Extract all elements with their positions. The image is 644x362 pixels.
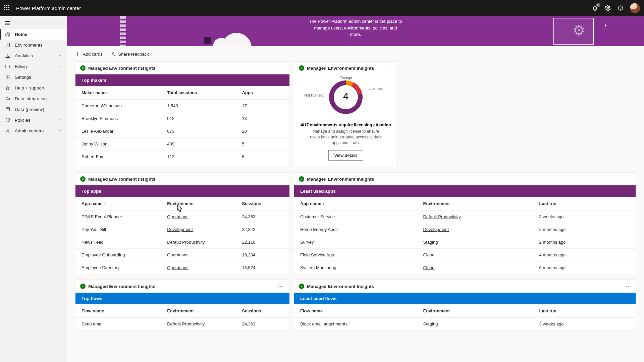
nav-home[interactable]: Home: [0, 29, 67, 40]
col-flow-name[interactable]: Flow name↑: [75, 304, 161, 318]
nav-data-integration[interactable]: Data integration: [0, 93, 67, 104]
data-integration-icon: [5, 96, 11, 101]
col-total-sessions[interactable]: Total sessions: [161, 86, 236, 100]
table-row[interactable]: Field Service AppCloud4 months ago: [294, 249, 636, 261]
table-cell: 409: [161, 138, 236, 150]
sidebar-toggle[interactable]: [0, 17, 67, 29]
table-row[interactable]: Home Energy AuditDevelopment2 months ago: [294, 223, 636, 236]
card-more-icon[interactable]: ···: [277, 283, 285, 289]
table-row[interactable]: System MonitoringCloud6 months ago: [294, 261, 636, 274]
table-row[interactable]: Employee DirectoryOperations18,574: [75, 261, 289, 274]
nav-billing[interactable]: Billing: [0, 61, 67, 72]
table-row[interactable]: SurveyStaging2 months ago: [294, 236, 636, 249]
env-link[interactable]: Default Productivity: [167, 321, 205, 326]
nav-environments[interactable]: Environments: [0, 40, 67, 50]
least-flows-card: ✓Managed Environment Insights··· Least u…: [294, 280, 636, 330]
table-cell: 3 weeks ago: [533, 318, 636, 330]
env-link[interactable]: Development: [423, 227, 449, 232]
nav-settings[interactable]: Settings: [0, 72, 67, 82]
table-cell: News Feed: [75, 236, 161, 249]
app-header: Power Platform admin center 8: [0, 0, 644, 16]
view-details-button[interactable]: View details: [328, 150, 363, 161]
table-row[interactable]: Cameron Williamson1,54317: [75, 100, 289, 112]
col-last-run[interactable]: Last run: [533, 304, 636, 318]
svg-point-2: [621, 9, 621, 9]
nav-analytics[interactable]: Analytics: [0, 50, 67, 61]
least-apps-card: ✓Managed Environment Insights··· Least u…: [294, 172, 636, 274]
table-row[interactable]: Leslie Alexandar87320: [75, 125, 289, 138]
table-cell: Staging: [417, 318, 533, 330]
nav-label: Home: [15, 32, 28, 37]
col-environment[interactable]: Environment: [417, 304, 533, 318]
notifications-icon[interactable]: 8: [592, 5, 598, 11]
table-row[interactable]: Robert Fox1126: [75, 150, 289, 163]
env-link[interactable]: Operations: [167, 252, 189, 257]
col-environment[interactable]: Environment: [161, 197, 236, 210]
table-row[interactable]: Jenny Wilson4095: [75, 138, 289, 150]
top-flows-card: ✓Managed Environment Insights··· Top flo…: [75, 280, 290, 330]
col-app-name[interactable]: App name↑: [294, 197, 417, 210]
env-link[interactable]: Default Productivity: [423, 214, 461, 219]
table-row[interactable]: PG&E Event PlannerOperations24,363: [75, 210, 289, 223]
least-apps-table: App name↑ Environment Last run Customer …: [294, 197, 636, 274]
table-cell: Development: [417, 223, 533, 236]
col-sessions[interactable]: Sessions: [236, 197, 289, 210]
table-row[interactable]: Send emailDefault Productivity24,363: [75, 318, 289, 330]
card-more-icon[interactable]: ···: [623, 283, 631, 289]
top-makers-table: Maker name↑ Total sessions Apps Cameron …: [75, 86, 289, 163]
least-apps-body: Customer ServiceDefault Productivity3 we…: [294, 210, 636, 274]
col-flow-name[interactable]: Flow name↑: [294, 304, 417, 318]
col-last-run[interactable]: Last run: [533, 197, 636, 210]
card-more-icon[interactable]: ···: [277, 65, 285, 71]
label-not-licensed: Not licensed: [304, 93, 325, 97]
card-more-icon[interactable]: ···: [385, 65, 393, 71]
col-apps[interactable]: Apps: [236, 86, 289, 100]
env-link[interactable]: Operations: [167, 214, 189, 219]
share-feedback-button[interactable]: Share feedback: [111, 52, 149, 57]
table-cell: 20: [236, 125, 289, 138]
top-makers-card: ✓Managed Environment Insights··· Top mak…: [75, 61, 290, 167]
card-more-icon[interactable]: ···: [623, 176, 631, 182]
table-cell: 873: [161, 125, 236, 138]
top-apps-body: PG&E Event PlannerOperations24,363Pay Yo…: [75, 210, 289, 274]
nav-admin-centers[interactable]: Admin centers: [0, 125, 67, 136]
table-cell: 4 months ago: [533, 249, 636, 261]
env-link[interactable]: Cloud: [423, 252, 434, 257]
env-link[interactable]: Staging: [423, 240, 438, 245]
env-link[interactable]: Default Productivity: [167, 240, 205, 245]
env-link[interactable]: Staging: [423, 321, 438, 326]
table-row[interactable]: Employee OnboardingOperations19,234: [75, 249, 289, 261]
table-cell: 22,342: [236, 223, 289, 236]
table-row[interactable]: Block email attachmentsStaging3 weeks ag…: [294, 318, 636, 330]
col-sessions[interactable]: Sessions: [236, 304, 289, 318]
nav-help[interactable]: Help + support: [0, 82, 67, 93]
settings-icon[interactable]: [604, 5, 611, 11]
nav-label: Data (preview): [15, 107, 44, 112]
nav-label: Policies: [15, 118, 31, 123]
env-link[interactable]: Cloud: [423, 265, 434, 270]
add-cards-button[interactable]: Add cards: [75, 52, 103, 57]
check-icon: ✓: [80, 284, 86, 289]
env-link[interactable]: Development: [167, 227, 193, 232]
nav-label: Settings: [15, 75, 31, 80]
toolbar: Add cards Share feedback: [75, 49, 636, 61]
app-launcher-icon[interactable]: [4, 5, 11, 11]
col-maker-name[interactable]: Maker name↑: [75, 86, 161, 100]
card-more-icon[interactable]: ···: [277, 176, 285, 182]
table-cell: Robert Fox: [75, 150, 161, 163]
user-avatar[interactable]: [630, 3, 640, 13]
card-title: Managed Environment Insights: [307, 66, 382, 71]
table-cell: Employee Onboarding: [75, 249, 161, 261]
nav-policies[interactable]: Policies: [0, 115, 67, 125]
col-environment[interactable]: Environment: [161, 304, 236, 318]
col-environment[interactable]: Environment: [417, 197, 533, 210]
table-row[interactable]: News FeedDefault Productivity22,110: [75, 236, 289, 249]
table-row[interactable]: Customer ServiceDefault Productivity3 we…: [294, 210, 636, 223]
table-cell: Staging: [417, 236, 533, 249]
table-row[interactable]: Brooklyn Simmons91213: [75, 112, 289, 125]
table-row[interactable]: Pay Your BillDevelopment22,342: [75, 223, 289, 236]
nav-data-preview[interactable]: Data (preview): [0, 104, 67, 115]
col-app-name[interactable]: App name↑: [75, 197, 161, 210]
env-link[interactable]: Operations: [167, 265, 189, 270]
help-icon[interactable]: [617, 5, 624, 11]
